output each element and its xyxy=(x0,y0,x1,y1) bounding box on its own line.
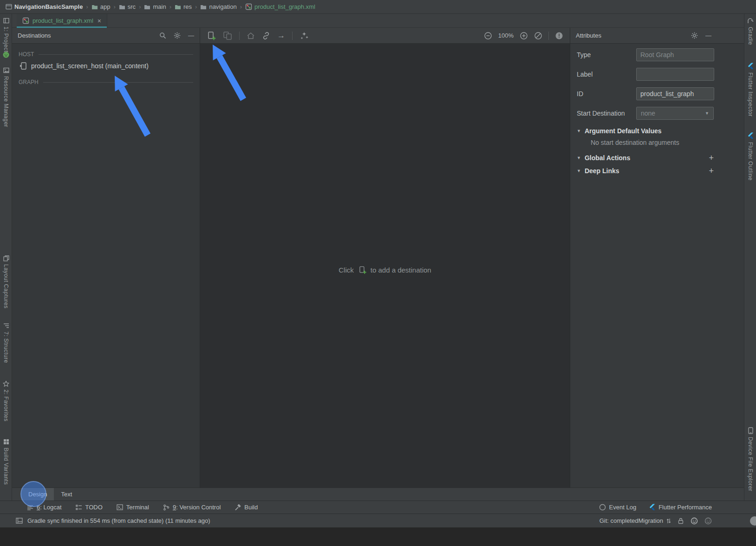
attr-row-type: Type xyxy=(577,48,714,61)
sidebar-item-build-variants[interactable]: Build Variants xyxy=(0,439,12,485)
sidebar-item-android-monkey[interactable] xyxy=(0,51,12,58)
message-suffix: to add a destination xyxy=(371,266,431,274)
breadcrumb-separator: › xyxy=(195,3,197,10)
sidebar-item-flutter-outline[interactable]: Flutter Outline xyxy=(744,132,756,181)
add-deep-link-button[interactable]: + xyxy=(709,167,714,175)
breadcrumb-item-res[interactable]: res xyxy=(175,3,192,10)
zoom-in-icon[interactable] xyxy=(520,32,528,40)
toolwindow-toggle-icon[interactable] xyxy=(16,518,23,524)
home-icon[interactable] xyxy=(247,32,255,39)
hammer-icon xyxy=(235,504,241,511)
destinations-header: Destinations — xyxy=(12,28,200,44)
section-deep-links[interactable]: ▼ Deep Links + xyxy=(577,167,714,175)
breadcrumb-item-main[interactable]: main xyxy=(144,3,166,10)
editor-mode-bar: Design Text xyxy=(12,488,744,500)
section-title: Global Actions xyxy=(585,154,630,162)
breadcrumb-separator: › xyxy=(240,3,242,10)
breadcrumb-label[interactable]: main xyxy=(153,3,166,10)
toolwindow-flutter-performance[interactable]: Flutter Performance xyxy=(649,504,712,511)
breadcrumb-label[interactable]: app xyxy=(100,3,111,10)
destination-label: product_list_screen_host (main_content) xyxy=(31,62,149,70)
terminal-icon xyxy=(117,504,123,510)
attr-row-label: Label xyxy=(577,68,714,81)
sidebar-item-layout-captures[interactable]: Layout Captures xyxy=(0,255,12,309)
todo-list-icon xyxy=(76,505,82,510)
nav-graph-file-icon xyxy=(245,3,252,10)
start-destination-dropdown[interactable]: none ▼ xyxy=(636,107,714,120)
nested-graph-icon[interactable] xyxy=(223,31,232,40)
breadcrumb-item-src[interactable]: src xyxy=(119,3,136,10)
section-argument-default-values[interactable]: ▼ Argument Default Values xyxy=(577,127,714,135)
sidebar-item-device-file-explorer[interactable]: Device File Explorer xyxy=(744,427,756,491)
add-destination-icon xyxy=(358,266,366,274)
message-prefix: Click xyxy=(339,266,354,274)
sidebar-item-favorites[interactable]: 2: Favorites xyxy=(0,381,12,422)
sidebar-item-flutter-inspector[interactable]: Flutter Inspector xyxy=(744,63,756,117)
build-variants-icon xyxy=(3,439,9,445)
gradle-icon xyxy=(747,18,754,24)
gear-icon[interactable] xyxy=(691,32,698,39)
link-icon[interactable] xyxy=(262,32,270,40)
label-field[interactable] xyxy=(636,68,714,81)
breadcrumb: NavigationBasicSample › app › src › main… xyxy=(0,0,756,14)
breadcrumb-item-app[interactable]: app xyxy=(91,3,111,10)
window-bottom-edge xyxy=(0,527,756,546)
id-field[interactable] xyxy=(636,87,714,100)
empty-canvas-message: Click to add a destination xyxy=(339,266,431,274)
flutter-icon xyxy=(748,63,754,70)
action-arrow-icon[interactable]: → xyxy=(277,32,285,39)
breadcrumb-separator: › xyxy=(139,3,141,10)
attributes-header: Attributes — xyxy=(570,28,744,44)
toolwindow-terminal[interactable]: Terminal xyxy=(117,504,149,511)
destination-item-host[interactable]: product_list_screen_host (main_content) xyxy=(19,58,193,74)
search-icon[interactable] xyxy=(159,32,166,39)
git-branch-widget[interactable]: Git: completedMigration xyxy=(600,517,671,524)
breadcrumb-label[interactable]: res xyxy=(183,3,192,10)
breadcrumb-item-file[interactable]: product_list_graph.xml xyxy=(245,3,315,10)
hide-panel-icon[interactable]: — xyxy=(705,32,711,39)
smiley-dim-icon[interactable] xyxy=(704,517,712,525)
right-tool-stripe: Gradle Flutter Inspector Flutter Outline… xyxy=(744,14,756,500)
lock-icon[interactable] xyxy=(678,518,684,524)
toolwindow-version-control[interactable]: 9: Version Control xyxy=(163,504,221,511)
breadcrumb-label[interactable]: src xyxy=(128,3,136,10)
auto-arrange-sparkles-icon[interactable] xyxy=(300,31,309,40)
section-global-actions[interactable]: ▼ Global Actions + xyxy=(577,154,714,162)
add-destination-icon[interactable] xyxy=(207,31,216,40)
tab-text[interactable]: Text xyxy=(54,488,79,500)
toolwindow-logcat[interactable]: 6: Logcat xyxy=(27,504,62,511)
tab-label: product_list_graph.xml xyxy=(33,17,93,24)
tab-product-list-graph[interactable]: product_list_graph.xml × xyxy=(17,14,107,27)
sidebar-item-resource-manager[interactable]: Resource Manager xyxy=(0,67,12,127)
monkey-icon xyxy=(2,51,10,58)
toolbar-separator xyxy=(239,32,240,40)
zoom-out-icon[interactable] xyxy=(484,32,492,40)
hide-panel-icon[interactable]: — xyxy=(188,32,194,39)
collapse-triangle-icon: ▼ xyxy=(577,129,581,133)
add-global-action-button[interactable]: + xyxy=(709,154,714,162)
toolwindow-todo[interactable]: TODO xyxy=(76,504,103,511)
gear-icon[interactable] xyxy=(174,32,181,39)
breadcrumb-label[interactable]: product_list_graph.xml xyxy=(254,3,315,10)
breadcrumb-item-navigation[interactable]: navigation xyxy=(200,3,236,10)
nav-graph-file-icon xyxy=(22,17,29,24)
zoom-fit-icon[interactable] xyxy=(534,32,542,40)
breadcrumb-item-project[interactable]: NavigationBasicSample xyxy=(6,3,83,10)
issues-warning-icon[interactable] xyxy=(555,32,563,40)
panel-title: Destinations xyxy=(18,32,51,39)
folder-icon xyxy=(119,4,125,10)
tab-design[interactable]: Design xyxy=(21,488,54,500)
smiley-feedback-icon[interactable] xyxy=(691,517,698,525)
breadcrumb-label[interactable]: navigation xyxy=(209,3,236,10)
toolwindow-event-log[interactable]: Event Log xyxy=(599,504,637,511)
sidebar-item-structure[interactable]: 7: Structure xyxy=(0,323,12,363)
tab-close-icon[interactable]: × xyxy=(98,17,101,25)
destinations-list: HOST product_list_screen_host (main_cont… xyxy=(12,44,200,88)
destinations-panel: Destinations — HOST product_list_screen_… xyxy=(12,28,200,488)
window-icon xyxy=(6,4,12,10)
toolwindow-build[interactable]: Build xyxy=(235,504,258,511)
sidebar-item-gradle[interactable]: Gradle xyxy=(744,18,756,45)
sidebar-item-project[interactable]: 1: Project xyxy=(0,18,12,52)
breadcrumb-label[interactable]: NavigationBasicSample xyxy=(14,3,83,10)
logcat-icon xyxy=(27,505,33,510)
